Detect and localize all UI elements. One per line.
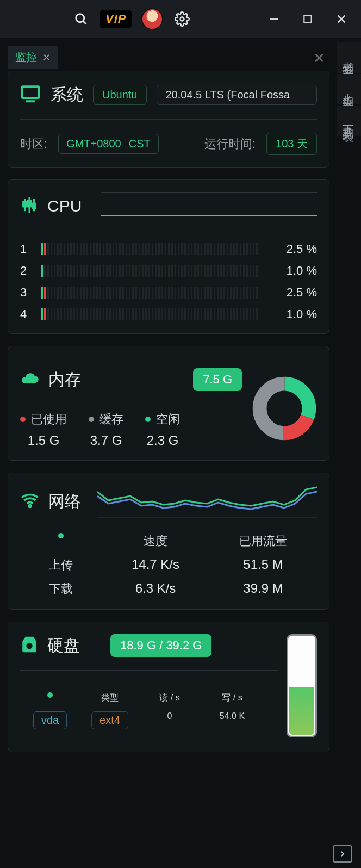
- cpu-icon: [20, 196, 39, 216]
- memory-donut-chart: [252, 376, 317, 441]
- rail-item-upload[interactable]: 上传列表: [337, 74, 361, 104]
- memory-title: 内存: [48, 369, 81, 391]
- disk-title: 硬盘: [47, 635, 80, 657]
- tab-monitor[interactable]: 监控 ✕: [8, 46, 58, 69]
- network-table: 速度 已用流量 上传 14.7 K/s 51.5 M 下载 6.3 K/s 39…: [20, 533, 317, 597]
- rail-item-download[interactable]: 下载列表: [337, 106, 361, 136]
- svg-line-1: [83, 21, 86, 24]
- cpu-chart: [101, 192, 317, 220]
- system-title: 系统: [51, 84, 83, 106]
- svg-point-2: [180, 17, 184, 21]
- cpu-title: CPU: [47, 197, 82, 215]
- footer-expand-button[interactable]: [333, 845, 352, 863]
- network-chart: [97, 485, 317, 518]
- wifi-icon: [20, 491, 40, 512]
- tab-bar: 监控 ✕: [8, 46, 58, 69]
- cpu-core-row: 4 1.0 %: [20, 307, 317, 321]
- cpu-core-bar: [41, 243, 259, 255]
- cpu-core-bar: [41, 265, 259, 277]
- card-disk: 硬盘 18.9 G / 39.2 G 类型 读 / s 写 / s vda ex…: [8, 622, 329, 752]
- uptime-chip: 103 天: [266, 133, 317, 155]
- svg-point-21: [28, 645, 30, 647]
- minimize-button[interactable]: [262, 13, 286, 25]
- cpu-core-row: 1 2.5 %: [20, 242, 317, 256]
- svg-rect-4: [304, 15, 311, 22]
- disk-fs: ext4: [91, 711, 128, 729]
- right-rail: 书签列表 上传列表 下载列表: [337, 42, 361, 137]
- disk-icon: [20, 635, 39, 656]
- svg-rect-10: [23, 202, 27, 207]
- monitor-icon: [20, 83, 41, 106]
- close-button[interactable]: [329, 13, 353, 25]
- panel-close-icon[interactable]: ✕: [313, 50, 325, 67]
- distro-chip: Ubuntu: [93, 85, 147, 105]
- svg-rect-14: [33, 203, 36, 208]
- svg-rect-7: [22, 86, 39, 98]
- svg-point-0: [76, 14, 84, 22]
- title-bar: VIP: [0, 0, 361, 38]
- avatar[interactable]: [141, 8, 163, 30]
- version-chip: 20.04.5 LTS (Focal Fossa: [157, 85, 318, 105]
- vip-badge[interactable]: VIP: [100, 10, 132, 28]
- svg-point-19: [29, 505, 31, 507]
- cpu-cores: 1 2.5 % 2 1.0 % 3 2.5 % 4 1.0 %: [20, 242, 317, 321]
- timezone-chip: GMT+0800 CST: [58, 134, 159, 154]
- uptime-label: 运行时间:: [204, 136, 256, 152]
- gear-icon[interactable]: [173, 10, 191, 28]
- disk-device: vda: [33, 711, 67, 729]
- search-icon[interactable]: [72, 10, 90, 28]
- timezone-label: 时区:: [20, 136, 47, 152]
- memory-total-badge: 7.5 G: [193, 368, 242, 391]
- cpu-core-bar: [41, 287, 259, 299]
- main-panel: 系统 Ubuntu 20.04.5 LTS (Focal Fossa 时区: G…: [8, 71, 329, 752]
- legend-free: 空闲 2.3 G: [145, 411, 180, 448]
- disk-table: 类型 读 / s 写 / s vda ext4 0 54.0 K: [20, 692, 278, 729]
- tab-label: 监控: [15, 50, 37, 65]
- cloud-icon: [20, 369, 40, 390]
- cpu-core-row: 2 1.0 %: [20, 264, 317, 278]
- cpu-core-bar: [41, 308, 259, 320]
- disk-usage-badge: 18.9 G / 39.2 G: [110, 634, 211, 657]
- disk-gauge: [287, 634, 317, 737]
- network-title: 网络: [48, 491, 81, 513]
- card-network: 网络 速度 已用流量 上传 14.7 K/s 51.5 M 下载 6.3 K/s…: [8, 473, 329, 610]
- card-system: 系统 Ubuntu 20.04.5 LTS (Focal Fossa 时区: G…: [8, 71, 329, 168]
- svg-rect-12: [28, 201, 31, 207]
- card-cpu: CPU 1 2.5 % 2 1.0 % 3 2.5 % 4 1.0: [8, 179, 329, 334]
- tab-close-icon[interactable]: ✕: [42, 52, 51, 64]
- maximize-button[interactable]: [296, 14, 320, 24]
- legend-cache: 缓存 3.7 G: [89, 411, 123, 448]
- rail-item-bookmarks[interactable]: 书签列表: [337, 42, 361, 73]
- card-memory: 内存 7.5 G 已使用 1.5 G 缓存 3.7 G 空闲 2.3 G: [8, 346, 329, 461]
- legend-used: 已使用 1.5 G: [20, 411, 67, 448]
- cpu-core-row: 3 2.5 %: [20, 286, 317, 300]
